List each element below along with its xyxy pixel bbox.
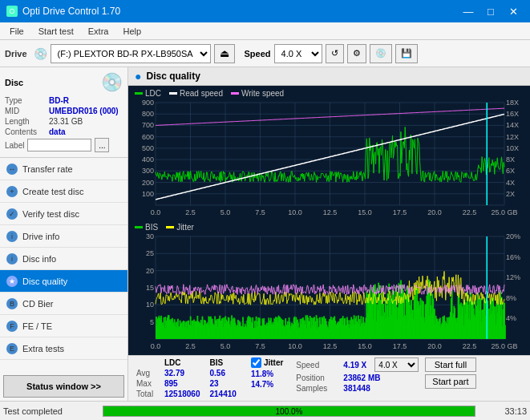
samples-value: 381448	[343, 384, 370, 393]
app-icon: O	[6, 6, 18, 17]
type-value: BD-R	[49, 96, 69, 105]
read-speed-legend-dot	[169, 92, 177, 95]
menu-help[interactable]: Help	[116, 25, 148, 38]
menubar: File Start test Extra Help	[0, 22, 530, 40]
main-area: Disc 💿 Type BD-R MID UMEBDR016 (000) Len…	[0, 67, 530, 401]
nav-disc-info[interactable]: i Disc info	[0, 248, 127, 270]
nav-extra-tests-label: Extra tests	[22, 344, 64, 353]
bis-col-header: BIS	[210, 358, 224, 367]
titlebar: O Opti Drive Control 1.70 — □ ✕	[0, 0, 530, 22]
label-input[interactable]	[27, 139, 91, 151]
label-browse-button[interactable]: ...	[95, 138, 109, 152]
bottom-chart-legend: BIS Jitter	[130, 221, 528, 233]
disc-info-icon: i	[6, 253, 18, 265]
stats-table: LDC BIS Avg 32.79 0.56 Max 895 23 Total …	[131, 357, 241, 399]
max-bis: 23	[205, 378, 241, 389]
disc-title: Disc	[5, 78, 23, 87]
menu-extra[interactable]: Extra	[82, 25, 115, 38]
top-chart-canvas	[130, 99, 528, 220]
nav-verify-test-disc[interactable]: ✓ Verify test disc	[0, 203, 127, 225]
disc-button[interactable]: 💿	[370, 44, 392, 63]
bottom-chart	[130, 233, 528, 353]
minimize-button[interactable]: —	[458, 2, 479, 20]
position-label: Position	[296, 374, 340, 382]
write-speed-legend-label: Write speed	[241, 89, 284, 98]
nav-transfer-rate[interactable]: ↔ Transfer rate	[0, 158, 127, 180]
fe-te-icon: F	[6, 321, 18, 332]
total-bis: 214410	[205, 389, 241, 399]
disc-icon: 💿	[101, 72, 123, 93]
jitter-legend-label: Jitter	[176, 223, 194, 232]
jitter-legend-dot	[166, 226, 174, 228]
content-area: ● Disc quality LDC Read speed	[128, 67, 530, 401]
charts-area: LDC Read speed Write speed	[128, 86, 530, 355]
nav-disc-quality-label: Disc quality	[22, 277, 67, 286]
speed-label: Speed	[245, 49, 271, 59]
refresh-button[interactable]: ↺	[326, 44, 344, 63]
drive-select[interactable]: (F:) PLEXTOR BD-R PX-LB950SA 1.06	[51, 44, 211, 63]
samples-row: Samples 381448	[296, 384, 419, 393]
status-window-button[interactable]: Status window >>	[3, 375, 124, 398]
settings-button[interactable]: ⚙	[347, 44, 366, 63]
avg-bis: 0.56	[205, 368, 241, 378]
transfer-rate-icon: ↔	[6, 164, 18, 175]
menu-file[interactable]: File	[3, 25, 30, 38]
nav-transfer-rate-label: Transfer rate	[22, 164, 73, 174]
close-button[interactable]: ✕	[503, 2, 524, 20]
bis-legend-label: BIS	[145, 223, 158, 232]
avg-jitter-row: 11.8%	[251, 370, 283, 378]
speed-stat-value: 4.19 X	[343, 361, 371, 370]
length-value: 23.31 GB	[49, 117, 83, 126]
nav-verify-test-disc-label: Verify test disc	[22, 209, 79, 219]
top-chart	[130, 99, 528, 220]
progress-text: 100.0%	[103, 406, 475, 418]
start-part-button[interactable]: Start part	[425, 374, 475, 389]
progress-bar: 100.0%	[103, 406, 475, 417]
total-ldc: 12518060	[160, 389, 205, 399]
contents-value: data	[49, 127, 66, 136]
nav-disc-quality[interactable]: ★ Disc quality	[0, 270, 127, 293]
mid-value: UMEBDR016 (000)	[49, 107, 119, 115]
eject-button[interactable]: ⏏	[214, 44, 235, 63]
status-text: Test completed	[3, 406, 99, 416]
nav-fe-te[interactable]: F FE / TE	[0, 315, 127, 337]
jitter-checkbox[interactable]	[251, 357, 261, 368]
start-full-button[interactable]: Start full	[425, 357, 475, 372]
content-title-icon: ●	[135, 70, 141, 83]
nav-extra-tests[interactable]: E Extra tests	[0, 337, 127, 360]
nav-create-test-disc[interactable]: + Create test disc	[0, 180, 127, 203]
content-title-text: Disc quality	[146, 71, 200, 82]
sidebar: Disc 💿 Type BD-R MID UMEBDR016 (000) Len…	[0, 67, 128, 401]
nav-items: ↔ Transfer rate + Create test disc ✓ Ver…	[0, 158, 127, 372]
top-chart-container: LDC Read speed Write speed	[130, 87, 528, 220]
max-jitter: 14.7%	[251, 380, 273, 389]
nav-drive-info-label: Drive info	[22, 232, 59, 241]
speed-position-stats: Speed 4.19 X 4.0 X Position 23862 MB Sam…	[296, 357, 419, 393]
ldc-legend-dot	[135, 92, 143, 95]
verify-test-disc-icon: ✓	[6, 208, 18, 220]
length-label: Length	[5, 117, 49, 126]
drive-info-icon: i	[6, 231, 18, 242]
avg-label: Avg	[131, 368, 160, 378]
disc-panel: Disc 💿 Type BD-R MID UMEBDR016 (000) Len…	[0, 67, 127, 158]
time-display: 33:13	[479, 406, 527, 416]
type-label: Type	[5, 96, 49, 105]
save-button[interactable]: 💾	[395, 44, 418, 63]
disc-quality-icon: ★	[6, 276, 18, 287]
menu-start-test[interactable]: Start test	[32, 25, 80, 38]
max-jitter-row: 14.7%	[251, 380, 283, 389]
top-chart-legend: LDC Read speed Write speed	[130, 87, 528, 99]
maximize-button[interactable]: □	[480, 2, 501, 20]
nav-create-test-disc-label: Create test disc	[22, 187, 83, 196]
nav-cd-bier[interactable]: B CD Bier	[0, 293, 127, 315]
jitter-check-label: Jitter	[264, 358, 283, 367]
speed-select[interactable]: 4.0 X	[274, 44, 322, 63]
samples-label: Samples	[296, 384, 340, 393]
nav-fe-te-label: FE / TE	[22, 321, 52, 331]
jitter-stats: Jitter 11.8% 14.7%	[251, 357, 283, 389]
extra-tests-icon: E	[6, 343, 18, 354]
speed-stat-select[interactable]: 4.0 X	[374, 357, 419, 372]
nav-drive-info[interactable]: i Drive info	[0, 225, 127, 248]
ldc-col-header: LDC	[164, 358, 181, 367]
create-test-disc-icon: +	[6, 186, 18, 197]
